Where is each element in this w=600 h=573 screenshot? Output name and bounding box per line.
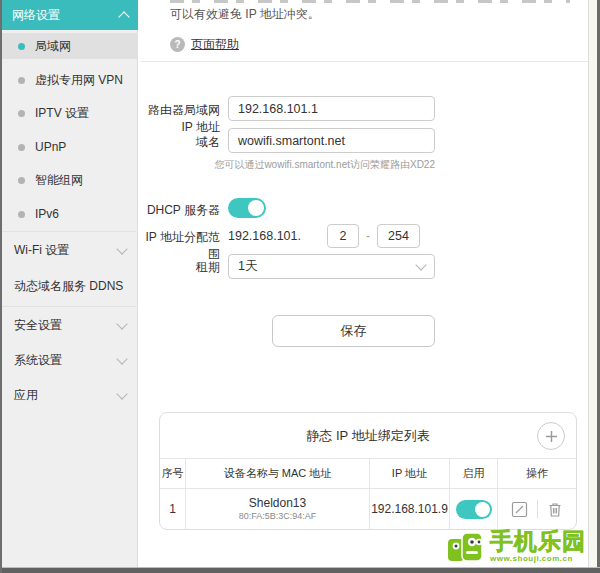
sidebar-item-apps[interactable]: 应用 xyxy=(2,382,138,408)
static-ip-table-title: 静态 IP 地址绑定列表 xyxy=(306,427,429,445)
question-circle-icon: ? xyxy=(170,37,185,52)
col-header-actions: 操作 xyxy=(498,459,576,488)
sidebar-section-label: 系统设置 xyxy=(14,352,62,369)
sidebar-item-wifi-settings[interactable]: Wi-Fi 设置 xyxy=(2,237,138,263)
lease-label: 租期 xyxy=(140,259,220,276)
sidebar-item-label: 智能组网 xyxy=(35,172,83,189)
lease-select[interactable]: 1天 xyxy=(228,254,435,279)
intro-text: 可以有效避免 IP 地址冲突。 xyxy=(170,6,320,23)
sidebar-item-vpn[interactable]: 虚拟专用网 VPN xyxy=(2,67,138,93)
bullet-dot-icon xyxy=(18,177,25,184)
chevron-up-icon xyxy=(118,11,129,22)
ip-range-separator: - xyxy=(366,229,370,243)
col-header-device: 设备名称与 MAC 地址 xyxy=(186,459,370,488)
sidebar-item-mesh[interactable]: 智能组网 xyxy=(2,167,138,193)
sidebar-item-label: UPnP xyxy=(35,140,66,154)
clipped-text-line xyxy=(170,0,570,3)
main-content: 可以有效避免 IP 地址冲突。 ? 页面帮助 路由器局域网 IP 地址 域名 您… xyxy=(140,0,590,567)
action-separator xyxy=(537,500,538,518)
chevron-down-icon xyxy=(116,243,127,254)
watermark-title: 手机乐园 xyxy=(490,530,586,553)
bullet-dot-icon xyxy=(18,77,25,84)
bullet-dot-icon xyxy=(18,110,25,117)
chevron-down-icon xyxy=(415,259,426,270)
ip-range-start-input[interactable] xyxy=(327,224,359,248)
add-binding-button[interactable] xyxy=(537,422,565,450)
delete-icon[interactable] xyxy=(542,501,568,518)
sidebar-section-label: Wi-Fi 设置 xyxy=(14,242,69,259)
dhcp-label: DHCP 服务器 xyxy=(140,202,220,219)
bullet-dot-icon xyxy=(18,43,25,50)
mascot-icon xyxy=(446,529,486,563)
sidebar-section-label: 动态域名服务 DDNS xyxy=(14,278,123,295)
page-help-label: 页面帮助 xyxy=(191,36,239,53)
row-device-cell: Sheldon13 80:FA:5B:3C:94:AF xyxy=(186,489,370,529)
row-index-cell: 1 xyxy=(160,489,186,529)
sidebar-item-upnp[interactable]: UPnP xyxy=(2,134,138,160)
sidebar-item-security-settings[interactable]: 安全设置 xyxy=(2,312,138,338)
sidebar-divider xyxy=(2,231,138,232)
card-title-row: 静态 IP 地址绑定列表 xyxy=(160,413,576,459)
plus-icon xyxy=(545,430,558,443)
router-admin-window: 网络设置 局域网 虚拟专用网 VPN IPTV 设置 UPnP 智能组网 IPv… xyxy=(0,0,600,573)
lan-ip-label: 路由器局域网 IP 地址 xyxy=(140,102,220,136)
domain-input[interactable] xyxy=(228,128,435,153)
ip-range-label: IP 地址分配范围 xyxy=(140,229,220,263)
row-actions-cell xyxy=(498,489,576,529)
bullet-dot-icon xyxy=(18,211,25,218)
table-row: 1 Sheldon13 80:FA:5B:3C:94:AF 192.168.10… xyxy=(160,489,576,529)
chevron-down-icon xyxy=(116,353,127,364)
sidebar-item-ipv6[interactable]: IPv6 xyxy=(2,201,138,227)
watermark-url: www.shouji.com.cn xyxy=(490,555,573,563)
bullet-dot-icon xyxy=(18,144,25,151)
table-header-row: 序号 设备名称与 MAC 地址 IP 地址 启用 操作 xyxy=(160,459,576,489)
chevron-down-icon xyxy=(116,318,127,329)
ip-range-prefix: 192.168.101. xyxy=(228,229,301,243)
row-enabled-cell xyxy=(450,489,498,529)
sidebar-item-ddns[interactable]: 动态域名服务 DDNS xyxy=(2,273,138,299)
edit-icon[interactable] xyxy=(507,501,533,518)
col-header-ip: IP 地址 xyxy=(370,459,450,488)
domain-label: 域名 xyxy=(140,134,220,151)
sidebar-item-label: IPTV 设置 xyxy=(35,105,89,122)
dhcp-toggle[interactable] xyxy=(228,198,266,218)
sidebar-item-label: IPv6 xyxy=(35,207,59,221)
col-header-enabled: 启用 xyxy=(450,459,498,488)
col-header-index: 序号 xyxy=(160,459,186,488)
sidebar-item-iptv[interactable]: IPTV 设置 xyxy=(2,100,138,126)
sidebar-item-label: 虚拟专用网 VPN xyxy=(35,72,123,89)
lease-selected-value: 1天 xyxy=(238,258,257,275)
static-ip-binding-card: 静态 IP 地址绑定列表 序号 设备名称与 MAC 地址 IP 地址 启用 操作… xyxy=(159,412,577,530)
sidebar-section-label: 应用 xyxy=(14,387,38,404)
sidebar-item-system-settings[interactable]: 系统设置 xyxy=(2,347,138,373)
page-help-link[interactable]: ? 页面帮助 xyxy=(170,36,239,53)
scrollbar-track[interactable] xyxy=(588,0,597,573)
ip-range-end-input[interactable] xyxy=(377,224,420,248)
sidebar-section-label: 安全设置 xyxy=(14,317,62,334)
toggle-knob xyxy=(475,502,490,517)
section-divider xyxy=(140,61,590,62)
sidebar-divider xyxy=(2,306,138,307)
toggle-knob xyxy=(248,200,264,216)
sidebar-group-label: 网络设置 xyxy=(12,7,60,24)
save-button[interactable]: 保存 xyxy=(272,315,435,347)
row-enable-toggle[interactable] xyxy=(456,500,492,519)
row-ip-cell: 192.168.101.9 xyxy=(370,489,450,529)
sidebar: 网络设置 局域网 虚拟专用网 VPN IPTV 设置 UPnP 智能组网 IPv… xyxy=(2,0,138,567)
device-name: Sheldon13 xyxy=(249,496,306,511)
device-mac: 80:FA:5B:3C:94:AF xyxy=(239,511,317,522)
domain-hint: 您可以通过wowifi.smartont.net访问荣耀路由XD22 xyxy=(214,158,435,172)
lan-ip-input[interactable] xyxy=(228,96,435,121)
sidebar-item-label: 局域网 xyxy=(35,38,71,55)
watermark: 手机乐园 www.shouji.com.cn xyxy=(446,529,586,563)
window-bottom-edge xyxy=(2,567,600,573)
chevron-down-icon xyxy=(116,388,127,399)
sidebar-group-network-settings[interactable]: 网络设置 xyxy=(2,0,138,30)
sidebar-item-lan[interactable]: 局域网 xyxy=(2,33,138,59)
